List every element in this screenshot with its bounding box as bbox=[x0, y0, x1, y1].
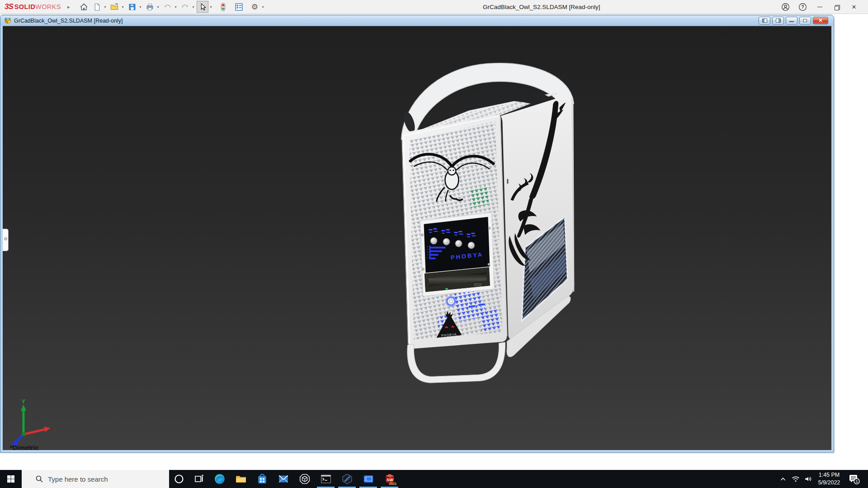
open-dropdown[interactable]: ▾ bbox=[120, 5, 125, 9]
volume-button[interactable] bbox=[802, 470, 815, 488]
brand-expand-arrow-icon[interactable]: ▸ bbox=[67, 4, 70, 10]
taskbar-item-file-explorer[interactable] bbox=[230, 470, 251, 488]
new-document-dropdown[interactable]: ▾ bbox=[103, 5, 107, 9]
triad-x-label: X bbox=[52, 427, 56, 432]
rebuild-button[interactable] bbox=[217, 1, 229, 13]
system-tray: 1:45 PM 5/9/2022 1 bbox=[777, 470, 868, 488]
mdi-area: GrCadBlack_Owl_S2.SLDASM [Read-only] ✕ bbox=[0, 14, 868, 470]
fan-controller-panel: PHOBYA bbox=[421, 217, 490, 273]
taskbar-item-command-prompt[interactable] bbox=[315, 470, 336, 488]
store-icon bbox=[256, 473, 268, 485]
solidworks-logo: 3S SOLID WORKS bbox=[5, 2, 61, 11]
document-title: GrCadBlack_Owl_S2.SLDASM [Read-only] bbox=[14, 18, 123, 24]
taskbar-item-store[interactable] bbox=[251, 470, 273, 488]
options-gear-icon: ⚙ bbox=[251, 3, 258, 11]
display-settings-button[interactable] bbox=[233, 1, 245, 13]
undo-dropdown[interactable]: ▾ bbox=[173, 5, 178, 9]
document-window-controls: ✕ bbox=[759, 17, 828, 24]
command-prompt-icon bbox=[320, 473, 332, 485]
brand-light: WORKS bbox=[35, 3, 61, 10]
task-view-icon bbox=[193, 474, 204, 484]
search-input[interactable] bbox=[48, 475, 161, 483]
new-document-button[interactable] bbox=[91, 1, 103, 13]
user-account-icon bbox=[781, 3, 790, 11]
taskbar-item-hexagon-app[interactable] bbox=[336, 470, 358, 488]
minimize-icon bbox=[789, 21, 794, 22]
display-settings-icon bbox=[235, 3, 243, 11]
3d-viewer-icon bbox=[299, 473, 311, 485]
open-button[interactable] bbox=[108, 1, 120, 13]
taskbar-item-3d-viewer[interactable] bbox=[294, 470, 315, 488]
quick-access-toolbar: ▾ ▾ bbox=[78, 1, 266, 13]
print-icon bbox=[146, 3, 154, 11]
app-titlebar: 3S SOLID WORKS ▸ bbox=[0, 0, 868, 14]
network-button[interactable] bbox=[789, 470, 802, 488]
redo-dropdown[interactable]: ▾ bbox=[191, 5, 195, 9]
print-dropdown[interactable]: ▾ bbox=[156, 5, 160, 9]
taskbar-item-solidworks[interactable]: SW 2021 bbox=[379, 470, 400, 488]
close-button[interactable]: ✕ bbox=[847, 1, 861, 13]
options-button[interactable]: ⚙ bbox=[249, 1, 260, 13]
taskbar-search[interactable] bbox=[22, 470, 169, 488]
pane-right-button[interactable] bbox=[772, 17, 784, 24]
mail-icon bbox=[278, 473, 289, 485]
start-button[interactable] bbox=[0, 470, 22, 488]
redo-icon bbox=[181, 3, 189, 11]
select-tool-dropdown[interactable]: ▾ bbox=[208, 5, 213, 9]
front-foot-rail bbox=[407, 343, 505, 383]
pane-left-icon bbox=[762, 19, 767, 23]
clock-date: 5/9/2022 bbox=[818, 479, 840, 487]
taskbar-item-media-app[interactable] bbox=[358, 470, 379, 488]
restore-button[interactable] bbox=[830, 1, 844, 13]
rebuild-traffic-light-icon bbox=[219, 3, 227, 11]
viewport-canvas[interactable]: PHOBYA bbox=[3, 26, 831, 450]
minimize-icon bbox=[817, 7, 822, 7]
home-icon bbox=[80, 3, 88, 11]
taskbar-item-edge[interactable] bbox=[209, 470, 230, 488]
brand-prefix: 3S bbox=[5, 2, 13, 11]
view-orientation-label: *Dimetric bbox=[10, 444, 39, 450]
search-icon bbox=[35, 475, 43, 483]
tray-overflow-button[interactable] bbox=[777, 470, 789, 488]
undo-icon bbox=[163, 3, 172, 11]
action-center-button[interactable]: 1 bbox=[844, 470, 864, 488]
feature-tree-flyout-tab[interactable] bbox=[3, 229, 9, 251]
task-view-button[interactable] bbox=[189, 470, 209, 488]
edge-icon bbox=[214, 473, 226, 485]
document-titlebar[interactable]: GrCadBlack_Owl_S2.SLDASM [Read-only] ✕ bbox=[0, 15, 834, 26]
file-explorer-icon bbox=[235, 473, 247, 485]
help-button[interactable]: ? bbox=[796, 1, 809, 13]
minimize-button[interactable] bbox=[813, 1, 826, 13]
print-button[interactable] bbox=[144, 1, 156, 13]
taskbar-item-mail[interactable] bbox=[273, 470, 294, 488]
taskbar-clock[interactable]: 1:45 PM 5/9/2022 bbox=[815, 470, 844, 488]
solidworks-app-icon: SW 2021 bbox=[383, 472, 396, 486]
wifi-icon bbox=[791, 474, 800, 483]
notification-badge: 1 bbox=[856, 479, 858, 483]
save-button[interactable] bbox=[126, 1, 138, 13]
user-account-button[interactable] bbox=[778, 1, 792, 13]
cortana-icon bbox=[174, 474, 184, 484]
cortana-button[interactable] bbox=[169, 470, 189, 488]
pane-left-button[interactable] bbox=[759, 17, 770, 24]
graphics-viewport[interactable]: PHOBYA bbox=[3, 26, 831, 450]
doc-minimize-button[interactable] bbox=[786, 17, 797, 24]
notification-icon: 1 bbox=[848, 473, 860, 485]
model-pc-case[interactable]: PHOBYA bbox=[401, 63, 575, 383]
doc-restore-button[interactable] bbox=[799, 17, 811, 24]
window-controls: ? ✕ bbox=[778, 0, 868, 14]
save-dropdown[interactable]: ▾ bbox=[138, 5, 142, 9]
open-icon bbox=[110, 2, 119, 11]
media-app-icon bbox=[363, 473, 374, 485]
document-frame: PHOBYA bbox=[0, 26, 834, 452]
new-document-icon bbox=[93, 3, 101, 11]
hexagon-app-icon bbox=[341, 473, 353, 485]
pane-right-icon bbox=[776, 19, 781, 23]
doc-close-button[interactable]: ✕ bbox=[813, 17, 828, 24]
help-icon: ? bbox=[798, 3, 807, 11]
home-button[interactable] bbox=[78, 1, 90, 13]
options-dropdown[interactable]: ▾ bbox=[260, 5, 265, 9]
select-tool-button[interactable] bbox=[197, 1, 208, 13]
redo-button[interactable] bbox=[179, 1, 191, 13]
undo-button[interactable] bbox=[161, 1, 173, 13]
